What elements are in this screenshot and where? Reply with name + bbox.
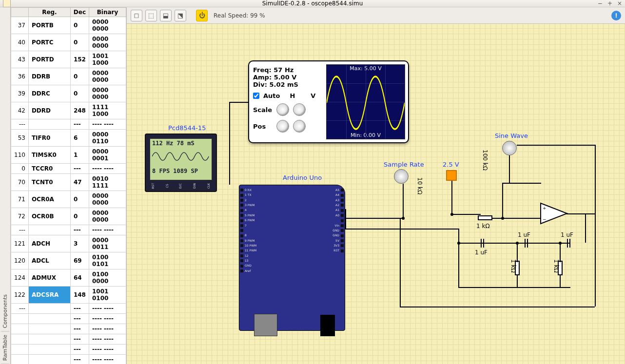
- table-row[interactable]: ------- ----: [11, 334, 126, 345]
- scope-h-label: H: [290, 92, 295, 99]
- table-row[interactable]: 42DDRD2481111 1000: [11, 102, 126, 119]
- opamp[interactable]: + −: [540, 202, 569, 225]
- table-row[interactable]: ------- ----: [11, 355, 126, 364]
- sample-rate-label: Sample Rate: [384, 161, 424, 168]
- table-row[interactable]: ---------- ----: [11, 225, 126, 235]
- table-row[interactable]: 121ADCH30000 0011: [11, 235, 126, 252]
- usb-port: [254, 314, 277, 336]
- scope-auto-label: Auto: [263, 92, 280, 99]
- col-reg: Reg.: [28, 8, 70, 17]
- table-row[interactable]: ---------- ----: [11, 119, 126, 130]
- register-table[interactable]: Reg. Dec Binary 37PORTB00000 000040PORTC…: [11, 7, 126, 364]
- minimize-button[interactable]: −: [598, 0, 603, 7]
- sine-wave-label: Sine Wave: [495, 132, 528, 139]
- app-icon: [3, 0, 11, 7]
- pcd-line1: 112 Hz 78 mS: [152, 140, 210, 147]
- sample-rate-pot[interactable]: [394, 169, 409, 184]
- uno-label: Arduino Uno: [283, 174, 322, 181]
- scope-freq: Freq: 57 Hz: [253, 66, 293, 74]
- saveas-button[interactable]: ⬔: [175, 10, 186, 21]
- table-row[interactable]: 36DDRB00000 0000: [11, 68, 126, 85]
- table-row[interactable]: 71OCR0A00000 0000: [11, 191, 126, 208]
- table-row[interactable]: 122ADCSRA1481001 0100: [11, 287, 126, 304]
- pos-h-knob[interactable]: [276, 120, 289, 133]
- pcd-label: Pcd8544-15: [168, 124, 206, 132]
- info-icon[interactable]: !: [611, 11, 621, 20]
- scope-pos-label: Pos: [253, 123, 273, 130]
- open-button[interactable]: ⬚: [145, 10, 157, 21]
- v25-label: 2.5 V: [443, 161, 459, 168]
- scope-screen: Max: 5.00 V Min: 0.00 V: [326, 64, 405, 139]
- table-row[interactable]: ------- ----: [11, 324, 126, 334]
- close-button[interactable]: ×: [617, 0, 622, 7]
- window-title: SimulIDE-0.2.8 - oscope8544.simu: [262, 0, 363, 7]
- tab-components[interactable]: Components: [1, 291, 9, 332]
- left-tabs: File explorer Properties RamTable Compon…: [0, 7, 11, 364]
- table-row[interactable]: ---------- ----: [11, 304, 126, 314]
- arduino-uno[interactable]: 0 RX1 TX23 PWM45 PWM6 PWM789 PWM10 PWM11…: [239, 185, 345, 331]
- table-row[interactable]: 124ADMUX640100 0000: [11, 269, 126, 287]
- titlebar: SimulIDE-0.2.8 - oscope8544.simu − + ×: [0, 0, 625, 7]
- table-row[interactable]: ------- ----: [11, 314, 126, 324]
- table-row[interactable]: 110TIMSK010000 0001: [11, 147, 126, 164]
- pos-v-knob[interactable]: [293, 120, 306, 133]
- register-panel: Reg. Dec Binary 37PORTB00000 000040PORTC…: [11, 7, 127, 364]
- col-addr: [11, 8, 29, 17]
- cap-a-label: 1 uF: [475, 249, 488, 256]
- pcd8544-component[interactable]: 112 Hz 78 mS 8 FPS 1089 SP RSTCSD/CDINCL…: [145, 134, 217, 192]
- table-row[interactable]: 53TIFR060000 0110: [11, 130, 126, 147]
- power-jack: [320, 315, 335, 336]
- new-button[interactable]: ◻: [131, 10, 142, 21]
- save-button[interactable]: ⬓: [160, 10, 172, 21]
- pcd-pins: RSTCSD/CDINCLK: [146, 184, 216, 191]
- svg-text:−: −: [543, 217, 547, 222]
- r100k-label: 100 kΩ: [482, 150, 488, 171]
- cap-b-label: 1 uF: [518, 231, 530, 238]
- voltage-source[interactable]: [446, 170, 457, 181]
- r1k-c-label: 1 kΩ: [553, 259, 560, 273]
- scale-h-knob[interactable]: [276, 103, 289, 116]
- pcd-screen: 112 Hz 78 mS 8 FPS 1089 SP: [150, 138, 212, 180]
- table-row[interactable]: 43PORTD1521001 1000: [11, 51, 126, 68]
- tab-ramtable[interactable]: RamTable: [1, 332, 9, 364]
- oscilloscope[interactable]: Freq: 57 Hz Amp: 5.00 V Div: 5.02 mS Aut…: [248, 60, 409, 143]
- cap-c-label: 1 uF: [561, 231, 573, 238]
- r1k-a[interactable]: [478, 215, 492, 220]
- scope-auto-check[interactable]: [253, 93, 259, 99]
- pcd-line2: 8 FPS 1089 SP: [152, 168, 210, 174]
- svg-text:+: +: [543, 206, 547, 211]
- speed-label: Real Speed: 99 %: [214, 12, 265, 19]
- r10k-label: 10 kΩ: [416, 177, 423, 194]
- r1k-b-label: 1 kΩ: [510, 259, 517, 273]
- scope-v-label: V: [311, 92, 315, 99]
- sine-wave-pot[interactable]: [502, 141, 517, 155]
- maximize-button[interactable]: +: [607, 0, 612, 7]
- circuit-canvas[interactable]: Freq: 57 Hz Amp: 5.00 V Div: 5.02 mS Aut…: [127, 24, 625, 364]
- col-bin: Binary: [89, 8, 126, 17]
- scope-amp: Amp: 5.00 V: [253, 74, 296, 81]
- scope-div: Div: 5.02 mS: [253, 81, 298, 88]
- table-row[interactable]: 39DDRC00000 0000: [11, 85, 126, 102]
- scope-scale-label: Scale: [253, 106, 273, 114]
- scale-v-knob[interactable]: [293, 103, 306, 116]
- table-row[interactable]: 40PORTC00000 0000: [11, 34, 126, 51]
- table-row[interactable]: ------- ----: [11, 345, 126, 355]
- table-row[interactable]: 70TCNT0470010 1111: [11, 174, 126, 191]
- run-button[interactable]: ⏻: [196, 10, 208, 21]
- toolbar: ◻ ⬚ ⬓ ⬔ ⏻ Real Speed: 99 % !: [127, 7, 625, 24]
- table-row[interactable]: 0TCCR0------- ----: [11, 164, 126, 174]
- table-row[interactable]: 72OCR0B00000 0000: [11, 208, 126, 225]
- col-dec: Dec: [70, 8, 89, 17]
- table-row[interactable]: 120ADCL690100 0101: [11, 252, 126, 269]
- r1k-a-label: 1 kΩ: [476, 223, 490, 230]
- table-row[interactable]: 37PORTB00000 0000: [11, 17, 126, 34]
